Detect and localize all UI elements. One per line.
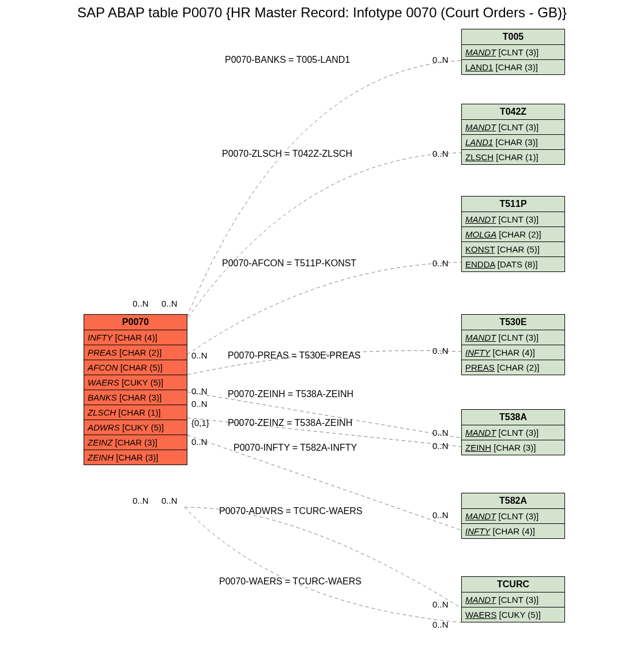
field-row: ZLSCH [CHAR (1)] [84,405,187,420]
field-row: AFCON [CHAR (5)] [84,360,187,375]
cardinality: 0..N [133,496,149,505]
table-header: T511P [462,197,564,212]
table-t538a: T538AMANDT [CLNT (3)]ZEINH [CHAR (3)] [461,409,565,455]
field-row: MANDT [CLNT (3)] [462,592,564,607]
table-t042z: T042ZMANDT [CLNT (3)]LAND1 [CHAR (3)]ZLS… [461,104,565,165]
edge-label: P0070-ADWRS = TCURC-WAERS [219,506,363,516]
edge-label: P0070-AFCON = T511P-KONST [222,258,356,269]
field-row: ADWRS [CUKY (5)] [84,420,187,435]
table-header: T042Z [462,104,564,120]
field-row: INFTY [CHAR (4)] [462,524,564,538]
cardinality: 0..N [432,599,449,609]
table-header: P0070 [84,315,187,330]
cardinality: 0..N [191,437,208,447]
field-row: LAND1 [CHAR (3)] [462,60,564,74]
field-row: PREAS [CHAR (2)] [84,345,187,360]
edge-label: P0070-PREAS = T530E-PREAS [228,350,361,361]
field-row: ZEINZ [CHAR (3)] [84,435,187,450]
table-p0070: P0070 INFTY [CHAR (4)]PREAS [CHAR (2)]AF… [84,314,187,465]
cardinality: 0..N [133,299,149,308]
field-row: ZLSCH [CHAR (1)] [462,150,564,164]
field-row: BANKS [CHAR (3)] [84,390,187,405]
field-row: MANDT [CLNT (3)] [462,212,564,227]
cardinality: 0..N [432,346,449,356]
cardinality: 0..N [191,350,208,360]
edge-label: P0070-INFTY = T582A-INFTY [234,443,357,453]
field-row: INFTY [CHAR (4)] [84,330,187,345]
table-t511p: T511PMANDT [CLNT (3)]MOLGA [CHAR (2)]KON… [461,196,565,272]
field-row: MANDT [CLNT (3)] [462,330,564,345]
edge-label: P0070-WAERS = TCURC-WAERS [219,576,361,587]
cardinality: 0..N [191,386,208,396]
cardinality: 0..N [432,149,449,158]
table-header: T538A [462,410,564,425]
field-row: ZEINH [CHAR (3)] [84,450,187,465]
table-header: T530E [462,315,564,330]
field-row: MANDT [CLNT (3)] [462,120,564,135]
field-row: ZEINH [CHAR (3)] [462,440,564,455]
field-row: ENDDA [DATS (8)] [462,257,564,271]
table-tcurc: TCURCMANDT [CLNT (3)]WAERS [CUKY (5)] [461,576,565,622]
cardinality: {0,1} [191,418,209,428]
field-row: PREAS [CHAR (2)] [462,360,564,375]
table-header: T005 [462,29,564,45]
edge-label: P0070-BANKS = T005-LAND1 [225,55,350,65]
cardinality: 0..N [432,620,449,629]
field-row: MANDT [CLNT (3)] [462,509,564,524]
edge-label: P0070-ZEINH = T538A-ZEINH [228,389,353,399]
field-row: WAERS [CUKY (5)] [84,375,187,390]
field-row: MANDT [CLNT (3)] [462,425,564,440]
field-row: INFTY [CHAR (4)] [462,345,564,360]
field-row: WAERS [CUKY (5)] [462,607,564,622]
field-row: MOLGA [CHAR (2)] [462,227,564,242]
cardinality: 0..N [161,299,178,308]
cardinality: 0..N [432,55,449,65]
cardinality: 0..N [432,441,449,451]
field-row: KONST [CHAR (5)] [462,242,564,257]
table-header: TCURC [462,577,564,592]
edge-label: P0070-ZLSCH = T042Z-ZLSCH [222,149,352,159]
cardinality: 0..N [161,496,178,505]
cardinality: 0..N [432,258,449,268]
table-header: T582A [462,493,564,509]
cardinality: 0..N [432,428,449,437]
table-t530e: T530EMANDT [CLNT (3)]INFTY [CHAR (4)]PRE… [461,314,565,375]
table-t582a: T582AMANDT [CLNT (3)]INFTY [CHAR (4)] [461,493,565,539]
field-row: MANDT [CLNT (3)] [462,45,564,60]
table-t005: T005MANDT [CLNT (3)]LAND1 [CHAR (3)] [461,29,565,75]
cardinality: 0..N [191,399,208,409]
field-row: LAND1 [CHAR (3)] [462,135,564,150]
edge-label: P0070-ZEINZ = T538A-ZEINH [228,418,352,428]
cardinality: 0..N [432,510,449,520]
